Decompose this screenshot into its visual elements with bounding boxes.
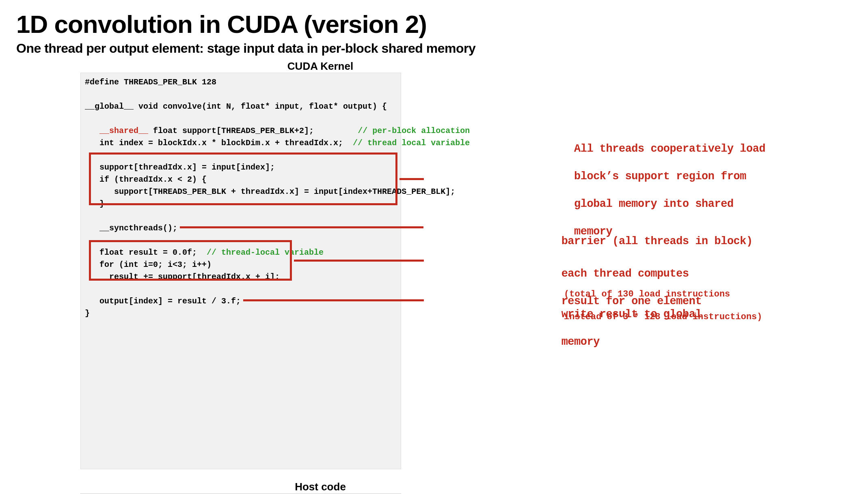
code-line: support[THREADS_PER_BLK + threadIdx.x] =… <box>85 187 455 196</box>
connector-line <box>243 299 424 301</box>
code-line: __shared__ float support[THREADS_PER_BLK… <box>85 126 470 135</box>
kernel-section-label: CUDA Kernel <box>80 60 560 73</box>
host-section-label: Host code <box>80 481 560 493</box>
content-area: CUDA Kernel #define THREADS_PER_BLK 128 … <box>80 60 852 494</box>
annotation-write: write result to global memory <box>510 294 702 363</box>
code-line: #define THREADS_PER_BLK 128 <box>85 77 216 87</box>
code-line: int index = blockIdx.x * blockDim.x + th… <box>85 138 470 148</box>
annotation-column: All threads cooperatively load block’s s… <box>510 73 681 146</box>
code-line: output[index] = result / 3.f; <box>85 296 241 306</box>
kernel-code-block: #define THREADS_PER_BLK 128 __global__ v… <box>80 73 401 469</box>
code-line: __syncthreads(); <box>85 223 177 233</box>
code-line: } <box>85 199 104 208</box>
code-line: float result = 0.0f; // thread-local var… <box>85 248 324 257</box>
code-line: for (int i=0; i<3; i++) <box>85 260 216 269</box>
page-subtitle: One thread per output element: stage inp… <box>16 41 852 56</box>
connector-line <box>399 178 424 180</box>
code-line: __global__ void convolve(int N, float* i… <box>85 102 387 111</box>
page-title: 1D convolution in CUDA (version 2) <box>16 10 852 39</box>
code-line: } <box>85 309 90 318</box>
code-line: if (threadIdx.x < 2) { <box>85 175 207 184</box>
code-line: support[threadIdx.x] = input[index]; <box>85 163 275 172</box>
connector-line <box>180 226 423 228</box>
connector-line <box>294 260 424 262</box>
code-line: result += support[threadIdx.x + i]; <box>85 272 280 281</box>
